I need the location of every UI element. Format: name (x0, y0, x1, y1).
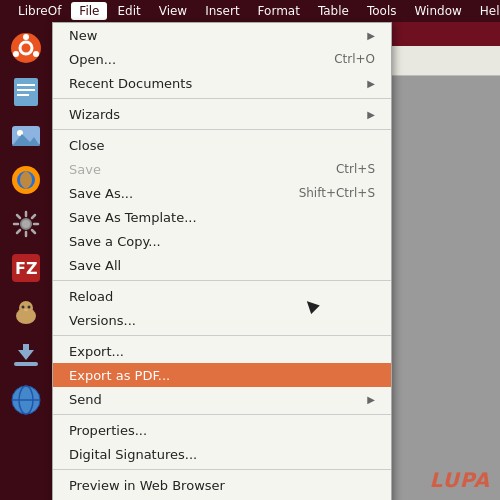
file-menu-dropdown: New ▶ Open... Ctrl+O Recent Documents ▶ … (52, 22, 392, 500)
menubar-edit[interactable]: Edit (109, 2, 148, 20)
menu-export[interactable]: Export... (53, 339, 391, 363)
menubar-file[interactable]: File (71, 2, 107, 20)
menu-save: Save Ctrl+S (53, 157, 391, 181)
sidebar-download[interactable] (6, 336, 46, 376)
sidebar-settings[interactable] (6, 204, 46, 244)
menu-close-label: Close (69, 138, 104, 153)
menubar-window[interactable]: Window (407, 2, 470, 20)
sidebar-image[interactable] (6, 116, 46, 156)
menubar-items: LibreOf File Edit View Insert Format Tab… (10, 2, 500, 20)
svg-rect-26 (23, 344, 29, 354)
menu-save-copy-label: Save a Copy... (69, 234, 161, 249)
sidebar-animal[interactable] (6, 292, 46, 332)
menu-wizards-label: Wizards (69, 107, 120, 122)
menu-properties[interactable]: Properties... (53, 418, 391, 442)
menu-save-all[interactable]: Save All (53, 253, 391, 277)
menu-preview-web-label: Preview in Web Browser (69, 478, 225, 493)
menu-versions-label: Versions... (69, 313, 136, 328)
svg-rect-7 (14, 78, 38, 106)
menu-open-label: Open... (69, 52, 116, 67)
svg-text:FZ: FZ (15, 259, 38, 278)
menubar-help[interactable]: Help (472, 2, 500, 20)
menu-new-arrow: ▶ (367, 30, 375, 41)
svg-rect-24 (14, 362, 38, 366)
menu-save-shortcut: Ctrl+S (306, 162, 375, 176)
separator-4 (53, 335, 391, 336)
menu-wizards-arrow: ▶ (367, 109, 375, 120)
menu-export-pdf[interactable]: Export as PDF... (53, 363, 391, 387)
menu-save-as-template-label: Save As Template... (69, 210, 197, 225)
svg-point-4 (23, 34, 29, 40)
svg-point-23 (24, 309, 28, 311)
sidebar-ubuntu[interactable] (6, 28, 46, 68)
svg-point-6 (13, 51, 19, 57)
menu-export-pdf-label: Export as PDF... (69, 368, 170, 383)
lupa-watermark: LUPA (429, 468, 490, 492)
separator-2 (53, 129, 391, 130)
sidebar-filezilla[interactable]: FZ (6, 248, 46, 288)
menu-close[interactable]: Close (53, 133, 391, 157)
menu-properties-label: Properties... (69, 423, 147, 438)
separator-3 (53, 280, 391, 281)
menu-recent-arrow: ▶ (367, 78, 375, 89)
menu-open-shortcut: Ctrl+O (304, 52, 375, 66)
menu-save-label: Save (69, 162, 101, 177)
menu-reload[interactable]: Reload (53, 284, 391, 308)
menubar-insert[interactable]: Insert (197, 2, 247, 20)
sidebar-browser[interactable] (6, 380, 46, 420)
menu-new[interactable]: New ▶ (53, 23, 391, 47)
menu-save-as-template[interactable]: Save As Template... (53, 205, 391, 229)
svg-point-21 (22, 306, 25, 309)
menubar-libreof[interactable]: LibreOf (10, 2, 69, 20)
svg-rect-10 (17, 94, 29, 96)
menu-digital-signatures-label: Digital Signatures... (69, 447, 197, 462)
separator-6 (53, 469, 391, 470)
sidebar: FZ (0, 22, 52, 500)
svg-point-20 (19, 301, 33, 315)
svg-point-16 (21, 219, 31, 229)
menu-send[interactable]: Send ▶ (53, 387, 391, 411)
menu-recent-label: Recent Documents (69, 76, 192, 91)
svg-point-5 (33, 51, 39, 57)
menu-digital-signatures[interactable]: Digital Signatures... (53, 442, 391, 466)
separator-1 (53, 98, 391, 99)
menu-save-all-label: Save All (69, 258, 121, 273)
menubar-format[interactable]: Format (250, 2, 308, 20)
menu-send-arrow: ▶ (367, 394, 375, 405)
menu-send-label: Send (69, 392, 102, 407)
menu-save-copy[interactable]: Save a Copy... (53, 229, 391, 253)
menubar-table[interactable]: Table (310, 2, 357, 20)
svg-rect-9 (17, 89, 35, 91)
menubar-tools[interactable]: Tools (359, 2, 405, 20)
menu-save-as[interactable]: Save As... Shift+Ctrl+S (53, 181, 391, 205)
menu-wizards[interactable]: Wizards ▶ (53, 102, 391, 126)
menu-open[interactable]: Open... Ctrl+O (53, 47, 391, 71)
menu-preview-web[interactable]: Preview in Web Browser (53, 473, 391, 497)
separator-5 (53, 414, 391, 415)
menu-save-as-shortcut: Shift+Ctrl+S (269, 186, 375, 200)
sidebar-firefox[interactable] (6, 160, 46, 200)
menu-export-label: Export... (69, 344, 124, 359)
menu-reload-label: Reload (69, 289, 113, 304)
menu-versions[interactable]: Versions... (53, 308, 391, 332)
menubar: L LibreOf File Edit View Insert Format T… (0, 0, 500, 22)
menu-save-as-label: Save As... (69, 186, 133, 201)
svg-rect-8 (17, 84, 35, 86)
sidebar-document[interactable] (6, 72, 46, 112)
menubar-view[interactable]: View (151, 2, 195, 20)
menu-recent[interactable]: Recent Documents ▶ (53, 71, 391, 95)
svg-point-22 (28, 306, 31, 309)
menu-new-label: New (69, 28, 97, 43)
